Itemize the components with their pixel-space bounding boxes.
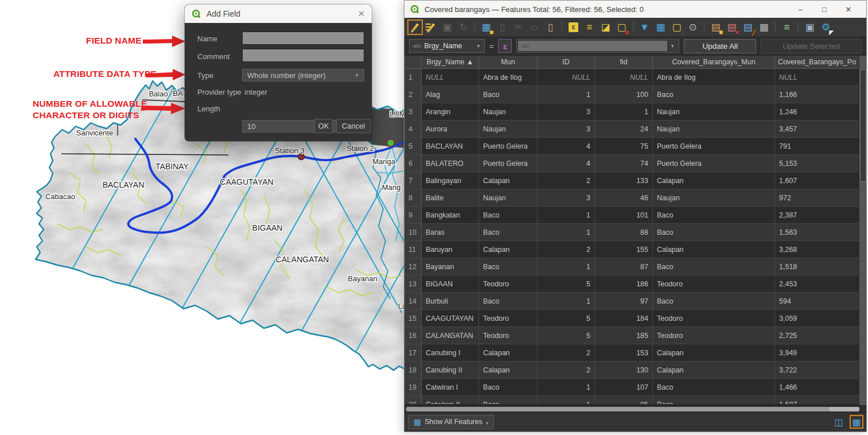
row-number[interactable]: 6 (404, 155, 422, 172)
column-header-brgy_name[interactable]: Brgy_Name ▲ (422, 56, 479, 69)
cell-id[interactable]: 1 (538, 258, 595, 275)
select-all-icon[interactable]: ≡ (582, 20, 597, 34)
cell-fid[interactable]: 97 (595, 293, 653, 310)
cell-mun[interactable]: Puerto Gelera (479, 138, 538, 155)
settings-search-icon[interactable]: ⚙◤ (819, 20, 833, 34)
new-field-icon[interactable]: ▤✱ (709, 20, 723, 34)
toggle-editing-icon[interactable] (408, 20, 422, 34)
cell-covered_barangays_po[interactable]: 972 (775, 189, 859, 207)
multiedit-icon[interactable] (424, 20, 438, 34)
cell-covered_barangays_po[interactable]: 1,587 (775, 396, 859, 404)
cell-mun[interactable]: Baco (479, 293, 538, 310)
table-row[interactable]: 16CALANGATANTeodoro5185Teodoro2,725 (404, 327, 866, 344)
cell-covered_barangays_mun[interactable]: Teodoro (653, 327, 775, 344)
cell-covered_barangays_po[interactable]: 3,949 (775, 344, 859, 362)
cell-covered_barangays_mun[interactable]: Puerto Gelera (653, 155, 775, 172)
table-row[interactable]: 15CAAGUTAYANTeodoro5184Teodoro3,059 (404, 310, 866, 327)
select-by-expression-icon[interactable]: ε (566, 20, 581, 34)
table-row[interactable]: 5BACLAYANPuerto Gelera475Puerto Gelera79… (404, 138, 866, 155)
cell-covered_barangays_mun[interactable]: Puerto Gelera (653, 138, 775, 155)
cell-mun[interactable]: Teodoro (479, 275, 538, 293)
table-row[interactable]: 11BaruyanCalapan2155Calapan3,268 (404, 241, 866, 258)
row-number[interactable]: 7 (404, 172, 422, 189)
expression-input[interactable]: abc ▼ (516, 39, 679, 53)
cell-id[interactable]: 2 (538, 241, 595, 258)
cell-covered_barangays_mun[interactable]: Baco (653, 293, 775, 310)
cell-covered_barangays_mun[interactable]: Abra de Ilog (653, 69, 775, 86)
cell-covered_barangays_po[interactable]: 1,246 (775, 103, 859, 121)
cell-covered_barangays_mun[interactable]: Baco (653, 224, 775, 241)
cell-id[interactable]: 4 (538, 138, 595, 155)
cell-mun[interactable]: Baco (479, 207, 538, 224)
invert-selection-icon[interactable]: ◪ (598, 20, 613, 34)
row-number[interactable]: 2 (404, 86, 422, 103)
cell-covered_barangays_mun[interactable]: Baco (653, 258, 775, 275)
cell-covered_barangays_mun[interactable]: Calapan (653, 344, 775, 362)
cell-fid[interactable]: 107 (595, 379, 653, 396)
column-header-rownum[interactable] (404, 56, 422, 69)
cell-covered_barangays_po[interactable]: NULL (775, 69, 859, 86)
add-feature-icon[interactable]: ▦✱ (479, 20, 493, 34)
paste-icon[interactable]: ▯ (543, 20, 558, 34)
maximize-button[interactable]: □ (812, 5, 836, 14)
cell-brgy_name[interactable]: Arangin (422, 103, 479, 121)
row-number[interactable]: 14 (404, 293, 422, 310)
cell-id[interactable]: 3 (538, 189, 595, 207)
cell-covered_barangays_mun[interactable]: Calapan (653, 362, 775, 379)
row-number[interactable]: 4 (404, 121, 422, 138)
cell-brgy_name[interactable]: Catwiran II (422, 396, 479, 404)
row-number[interactable]: 20 (404, 396, 422, 404)
station-2-marker[interactable] (387, 139, 395, 147)
table-row[interactable]: 17Canubing ICalapan2153Calapan3,949 (404, 344, 866, 362)
cell-covered_barangays_mun[interactable]: Teodoro (653, 310, 775, 327)
row-number[interactable]: 3 (404, 103, 422, 121)
cell-mun[interactable]: Teodoro (479, 327, 538, 344)
cell-brgy_name[interactable]: Baruyan (422, 241, 479, 258)
cell-covered_barangays_po[interactable]: 1,518 (775, 258, 859, 275)
cell-fid[interactable]: 75 (595, 138, 653, 155)
cell-id[interactable]: 5 (538, 275, 595, 293)
cell-mun[interactable]: Calapan (479, 362, 538, 379)
cell-covered_barangays_po[interactable]: 1,166 (775, 86, 859, 103)
cell-mun[interactable]: Calapan (479, 344, 538, 362)
name-input[interactable] (242, 32, 364, 45)
field-select-dropdown[interactable]: abc Brgy_Name ▼ (409, 39, 485, 53)
cut-icon[interactable]: ✂ (511, 20, 526, 34)
cell-id[interactable]: 2 (538, 362, 595, 379)
cell-id[interactable]: 3 (538, 121, 595, 138)
table-row[interactable]: 8BaliteNaujan346Naujan972 (404, 189, 866, 207)
cell-brgy_name[interactable]: Balingayan (422, 172, 479, 189)
cell-covered_barangays_po[interactable]: 2,387 (775, 207, 859, 224)
cell-id[interactable]: 5 (538, 327, 595, 344)
filter-icon[interactable]: ▼ (637, 20, 652, 34)
cell-fid[interactable]: 184 (595, 310, 653, 327)
cell-mun[interactable]: Calapan (479, 241, 538, 258)
delete-field-icon[interactable]: ▤✕ (725, 20, 739, 34)
cell-covered_barangays_mun[interactable]: Baco (653, 379, 775, 396)
row-number[interactable]: 13 (404, 275, 422, 293)
vertical-scrollbar-thumb[interactable] (860, 69, 866, 182)
cell-covered_barangays_po[interactable]: 2,453 (775, 275, 859, 293)
cell-fid[interactable]: 186 (595, 275, 653, 293)
conditional-format-icon[interactable]: ▩ (757, 20, 771, 34)
cell-covered_barangays_po[interactable]: 3,268 (775, 241, 859, 258)
cell-covered_barangays_mun[interactable]: Baco (653, 207, 775, 224)
row-number[interactable]: 16 (404, 327, 422, 344)
cell-mun[interactable]: Calapan (479, 172, 538, 189)
actions-icon[interactable]: ≡ (780, 20, 794, 34)
cell-id[interactable]: 4 (538, 155, 595, 172)
column-header-covered_barangays_po[interactable]: Covered_Barangays_Po (775, 56, 859, 69)
cell-fid[interactable]: 85 (595, 396, 653, 404)
cell-mun[interactable]: Puerto Gelera (479, 155, 538, 172)
cell-mun[interactable]: Naujan (479, 103, 538, 121)
cell-mun[interactable]: Baco (479, 379, 538, 396)
row-number[interactable]: 1 (404, 69, 422, 86)
cell-brgy_name[interactable]: BALATERO (422, 155, 479, 172)
row-number[interactable]: 17 (404, 344, 422, 362)
expression-builder-button[interactable]: ε (498, 39, 512, 53)
edit-field-icon[interactable]: ▤╱ (741, 20, 755, 34)
cell-covered_barangays_po[interactable]: 3,722 (775, 362, 859, 379)
table-row[interactable]: 19Catwiran IBaco1107Baco1,466 (404, 379, 866, 396)
cell-covered_barangays_po[interactable]: 1,466 (775, 379, 859, 396)
table-row[interactable]: 13BIGAANTeodoro5186Teodoro2,453 (404, 275, 866, 293)
